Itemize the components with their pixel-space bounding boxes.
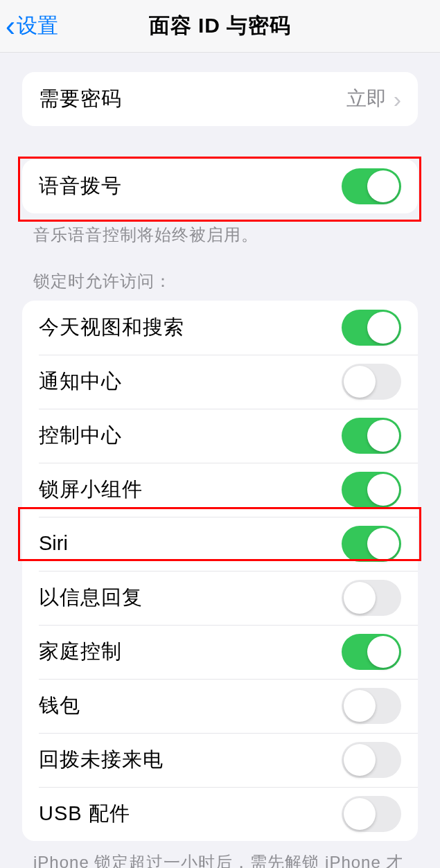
- row-lock-item: 钱包: [22, 679, 418, 733]
- lock-item-toggle[interactable]: [342, 364, 401, 400]
- lock-item-label: 以信息回复: [39, 584, 342, 612]
- lock-item-toggle[interactable]: [342, 472, 401, 508]
- require-passcode-value: 立即: [346, 85, 387, 113]
- row-lock-item: 家庭控制: [22, 625, 418, 679]
- lock-item-label: 钱包: [39, 692, 342, 720]
- group-passcode: 需要密码 立即 ›: [22, 72, 418, 126]
- row-lock-item: 回拨未接来电: [22, 733, 418, 787]
- chevron-left-icon: ‹: [6, 12, 15, 41]
- lock-item-toggle[interactable]: [342, 526, 401, 562]
- require-passcode-label: 需要密码: [39, 85, 346, 113]
- voice-dial-label: 语音拨号: [39, 172, 342, 200]
- navigation-bar: ‹ 设置 面容 ID 与密码: [0, 0, 440, 53]
- row-voice-dial: 语音拨号: [22, 159, 418, 213]
- lock-item-toggle[interactable]: [342, 796, 401, 832]
- row-lock-item: 以信息回复: [22, 571, 418, 625]
- lock-item-toggle[interactable]: [342, 688, 401, 724]
- lock-item-label: 锁屏小组件: [39, 476, 342, 504]
- lock-item-label: 控制中心: [39, 422, 342, 450]
- row-lock-item: USB 配件: [22, 787, 418, 841]
- lock-item-label: 家庭控制: [39, 638, 342, 666]
- lock-item-toggle[interactable]: [342, 580, 401, 616]
- row-lock-item: 控制中心: [22, 409, 418, 463]
- page-title: 面容 ID 与密码: [149, 12, 292, 40]
- lock-item-toggle[interactable]: [342, 634, 401, 670]
- group-lock-access: 今天视图和搜索通知中心控制中心锁屏小组件Siri以信息回复家庭控制钱包回拨未接来…: [22, 301, 418, 841]
- row-lock-item: Siri: [22, 517, 418, 571]
- row-lock-item: 锁屏小组件: [22, 463, 418, 517]
- lock-access-footer: iPhone 锁定超过一小时后，需先解锁 iPhone 才能允许 USB 配件连…: [33, 851, 407, 868]
- back-button[interactable]: ‹ 设置: [0, 12, 58, 41]
- row-require-passcode[interactable]: 需要密码 立即 ›: [22, 72, 418, 126]
- group-voice-dial: 语音拨号: [22, 159, 418, 213]
- lock-access-header: 锁定时允许访问：: [33, 270, 407, 292]
- lock-item-label: 通知中心: [39, 368, 342, 396]
- lock-item-label: 回拨未接来电: [39, 746, 342, 774]
- lock-item-label: USB 配件: [39, 800, 342, 828]
- voice-dial-footer: 音乐语音控制将始终被启用。: [33, 223, 407, 247]
- voice-dial-toggle[interactable]: [342, 168, 401, 204]
- row-lock-item: 今天视图和搜索: [22, 301, 418, 355]
- lock-item-label: Siri: [39, 532, 342, 555]
- back-label: 设置: [17, 12, 58, 40]
- lock-item-label: 今天视图和搜索: [39, 314, 342, 342]
- chevron-right-icon: ›: [394, 87, 401, 111]
- row-lock-item: 通知中心: [22, 355, 418, 409]
- lock-item-toggle[interactable]: [342, 418, 401, 454]
- lock-item-toggle[interactable]: [342, 310, 401, 346]
- lock-item-toggle[interactable]: [342, 742, 401, 778]
